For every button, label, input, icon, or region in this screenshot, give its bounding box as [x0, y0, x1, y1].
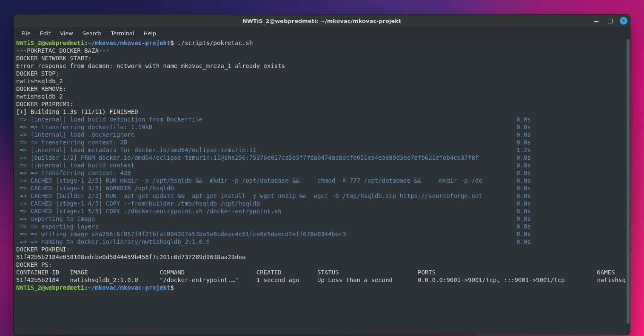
terminal-content[interactable]: NWTiS_2@webpredmeti:~/mkovac/mkovac-proj…	[16, 39, 626, 335]
minimize-icon[interactable]	[593, 17, 600, 25]
titlebar[interactable]: NWTiS_2@webpredmeti: ~/mkovac/mkovac-pro…	[14, 14, 630, 27]
menu-terminal[interactable]: Terminal	[106, 28, 138, 38]
terminal-window: NWTiS_2@webpredmeti: ~/mkovac/mkovac-pro…	[13, 14, 630, 335]
window-controls	[593, 17, 627, 25]
terminal-viewport[interactable]: NWTiS_2@webpredmeti:~/mkovac/mkovac-proj…	[14, 39, 630, 335]
menu-help[interactable]: Help	[139, 28, 160, 38]
menu-file[interactable]: File	[17, 28, 35, 38]
window-title: NWTiS_2@webpredmeti: ~/mkovac/mkovac-pro…	[242, 18, 401, 24]
menubar: File Edit View Search Terminal Help	[14, 27, 630, 39]
menu-edit[interactable]: Edit	[36, 28, 55, 38]
menu-search[interactable]: Search	[78, 28, 106, 38]
close-icon[interactable]	[620, 17, 627, 25]
menu-view[interactable]: View	[56, 28, 77, 38]
scrollbar-thumb[interactable]	[627, 39, 630, 324]
maximize-icon[interactable]	[606, 17, 614, 25]
scrollbar-track[interactable]	[626, 39, 630, 335]
